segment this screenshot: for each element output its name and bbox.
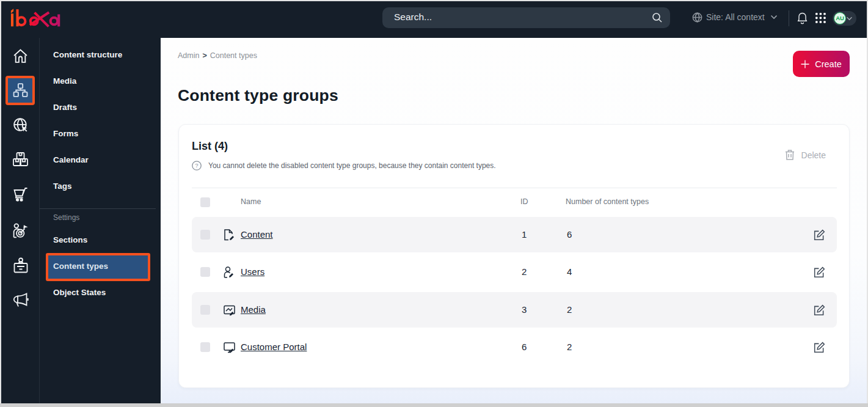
svg-text:?: ? xyxy=(195,162,198,169)
